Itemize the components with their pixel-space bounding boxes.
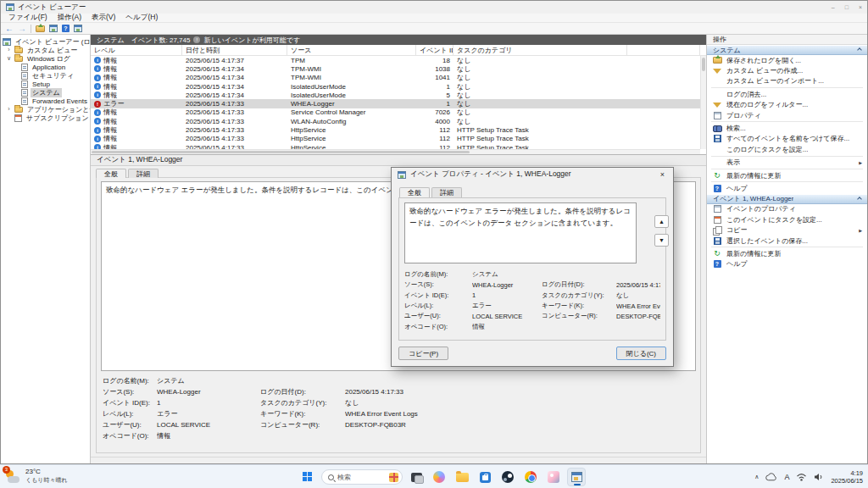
action-view[interactable]: 表示 ▶ (707, 158, 867, 168)
microsoft-store-button[interactable] (476, 468, 494, 486)
table-row[interactable]: i情報 2025/06/15 4:17:33 HttpService 112 H… (91, 135, 700, 143)
next-event-button[interactable]: ▼ (654, 234, 669, 247)
collapse-icon[interactable]: ∨ (6, 54, 12, 63)
table-row[interactable]: i情報 2025/06/15 4:17:34 TPM-WMI 1038 なし (91, 64, 700, 73)
action-save-all-events[interactable]: すべてのイベントを名前をつけて保存... (707, 134, 867, 144)
console-icon-2[interactable] (74, 25, 82, 32)
maximize-icon[interactable]: □ (845, 4, 849, 10)
task-view-button[interactable] (407, 468, 426, 486)
open-folder-icon[interactable] (36, 25, 45, 32)
copy-icon (713, 226, 721, 235)
menu-help[interactable]: ヘルプ(H) (120, 13, 163, 23)
action-help[interactable]: ? ヘルプ (707, 183, 867, 193)
action-create-custom-view[interactable]: カスタム ビューの作成... (707, 65, 867, 75)
rewards-gift-icon[interactable] (389, 473, 398, 482)
previous-event-button[interactable]: ▲ (654, 215, 669, 228)
action-filter-current-log[interactable]: 現在のログをフィルター... (707, 100, 867, 110)
close-icon[interactable]: × (658, 170, 667, 179)
refresh-icon: ↻ (713, 250, 721, 258)
column-source[interactable]: ソース (287, 45, 416, 55)
menu-view[interactable]: 表示(V) (86, 13, 120, 23)
tree-item-application[interactable]: Application (1, 63, 90, 71)
action-save-selected-events[interactable]: 選択したイベントの保存... (707, 236, 867, 246)
forward-icon[interactable]: → (18, 25, 26, 33)
dialog-tab-general[interactable]: 全般 (399, 187, 430, 197)
action-help-event[interactable]: ? ヘルプ (707, 259, 867, 269)
weather-widget[interactable]: 3 23°C くもり時々晴れ (4, 468, 68, 485)
search-box[interactable]: 検索 (321, 469, 403, 485)
tab-general[interactable]: 全般 (96, 169, 126, 178)
actions-section-system[interactable]: システム (707, 45, 867, 55)
action-import-custom-view[interactable]: カスタム ビューのインポート... (707, 76, 867, 86)
table-row[interactable]: i情報 2025/06/15 4:17:33 Service Control M… (91, 108, 700, 117)
tree-item-subscriptions[interactable]: サブスクリプション (1, 114, 90, 122)
action-find[interactable]: 検索... (707, 123, 867, 133)
expand-icon[interactable]: › (6, 105, 12, 114)
minimize-icon[interactable]: – (832, 4, 835, 10)
back-icon[interactable]: ← (5, 25, 14, 33)
chrome-button[interactable] (521, 468, 540, 486)
column-task-category[interactable]: タスクのカテゴリ (453, 45, 627, 55)
table-row[interactable]: i情報 2025/06/15 4:17:33 HttpService 112 H… (91, 125, 700, 134)
action-refresh-event[interactable]: ↻ 最新の情報に更新 (707, 248, 867, 258)
column-event-id[interactable]: イベント ID (416, 45, 453, 55)
vertical-scrollbar[interactable] (700, 56, 706, 149)
separator (711, 247, 863, 247)
dialog-icon (398, 171, 406, 179)
close-button[interactable]: 閉じる(C) (616, 347, 666, 360)
separator (711, 156, 863, 157)
actions-section-event[interactable]: イベント 1, WHEA-Logger (707, 194, 867, 204)
volume-icon[interactable] (814, 473, 824, 481)
table-row[interactable]: i情報 2025/06/15 4:17:34 IsolatedUserMode … (91, 82, 700, 91)
tab-details[interactable]: 詳細 (128, 169, 159, 178)
expand-icon[interactable]: › (6, 46, 12, 54)
action-copy[interactable]: コピー ▶ (707, 225, 867, 235)
wifi-icon[interactable] (796, 473, 807, 481)
table-row[interactable]: i情報 2025/06/15 4:17:34 TPM-WMI 1041 なし (91, 74, 700, 82)
table-row[interactable]: i情報 2025/06/15 4:17:34 IsolatedUserMode … (91, 91, 700, 99)
tree-item-custom-views[interactable]: › カスタム ビュー (1, 46, 90, 54)
tree-item-system[interactable]: システム (1, 88, 90, 97)
tree-item-security[interactable]: セキュリティ (1, 71, 90, 80)
dialog-tab-details[interactable]: 詳細 (431, 187, 462, 197)
tray-overflow-chevron-icon[interactable]: ∧ (754, 474, 759, 480)
action-event-properties[interactable]: イベントのプロパティ (707, 204, 867, 214)
table-row-selected[interactable]: !エラー 2025/06/15 4:17:33 WHEA-Logger 1 なし (91, 99, 700, 108)
action-properties[interactable]: プロパティ (707, 110, 867, 120)
action-attach-task-to-event[interactable]: このイベントにタスクを設定... (707, 214, 867, 225)
table-row[interactable]: i情報 2025/06/15 4:17:33 WLAN-AutoConfig 4… (91, 117, 700, 125)
tree-item-setup[interactable]: Setup (1, 80, 90, 88)
collapse-chevron-icon[interactable] (857, 197, 862, 202)
column-datetime[interactable]: 日付と時刻 (182, 45, 287, 55)
action-attach-task-to-log[interactable]: このログにタスクを設定... (707, 144, 867, 154)
tree-item-forwarded-events[interactable]: Forwarded Events (1, 97, 90, 105)
start-button[interactable] (298, 468, 317, 486)
collapse-chevron-icon[interactable] (857, 47, 862, 53)
onedrive-cloud-icon[interactable] (765, 473, 777, 481)
ime-mode-indicator[interactable]: A (784, 473, 789, 481)
scrollbar-thumb[interactable] (92, 151, 470, 153)
steam-button[interactable] (498, 468, 517, 486)
horizontal-scrollbar[interactable] (91, 149, 700, 154)
copy-button[interactable]: コピー(P) (398, 347, 448, 360)
menu-file[interactable]: ファイル(F) (3, 13, 53, 23)
game-app-button[interactable] (544, 468, 563, 486)
help-icon[interactable]: ? (62, 25, 70, 32)
scrollbar-thumb[interactable] (702, 58, 705, 71)
action-refresh[interactable]: ↻ 最新の情報に更新 (707, 170, 867, 180)
action-clear-log[interactable]: ログの消去... (707, 89, 867, 99)
preview-pane-title[interactable]: イベント 1, WHEA-Logger (91, 155, 706, 166)
tree-item-apps-services-logs[interactable]: › アプリケーションとサービス ログ (1, 105, 90, 114)
table-row[interactable]: i情報 2025/06/15 4:17:37 TPM 18 なし (91, 56, 700, 64)
copilot-button[interactable] (430, 468, 448, 486)
console-icon[interactable] (49, 25, 58, 32)
clock[interactable]: 4:19 2025/06/15 (831, 469, 863, 485)
event-viewer-taskbar-button[interactable] (567, 468, 586, 486)
file-explorer-button[interactable] (453, 468, 471, 486)
menu-action[interactable]: 操作(A) (53, 13, 86, 23)
tree-root[interactable]: イベント ビューアー (ローカル) (1, 37, 90, 46)
action-open-saved-log[interactable]: 保存されたログを開く... (707, 55, 867, 65)
tree-item-windows-logs[interactable]: ∨ Windows ログ (1, 54, 90, 63)
close-icon[interactable]: × (859, 4, 862, 10)
column-level[interactable]: レベル (91, 45, 182, 55)
